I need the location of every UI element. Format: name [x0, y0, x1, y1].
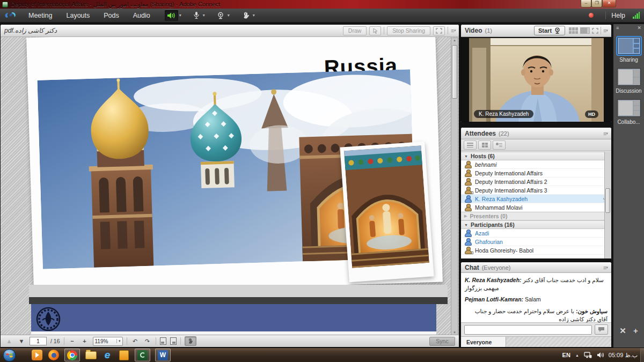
- divider: [605, 11, 606, 19]
- attendee-row[interactable]: Mohammad Molavi: [461, 203, 611, 212]
- help-menu[interactable]: Help: [611, 12, 625, 19]
- document-scrollbar[interactable]: ▲ ▼: [451, 38, 458, 335]
- layout-item-sharing[interactable]: Sharing: [613, 37, 644, 63]
- fullscreen-icon[interactable]: [592, 28, 598, 34]
- attendee-row[interactable]: Deputy International Affairs 3: [461, 186, 611, 195]
- network-icon[interactable]: [584, 352, 592, 358]
- start-button[interactable]: [3, 349, 16, 362]
- microphone-button[interactable]: [191, 10, 202, 21]
- page-down-button[interactable]: ▼: [17, 338, 26, 344]
- zoom-level-select[interactable]: 119% ▾: [93, 337, 123, 346]
- layout-item-collaboration[interactable]: Collabo...: [613, 99, 644, 125]
- hand-icon: [187, 338, 193, 344]
- rail-menu-icon[interactable]: ≡: [616, 25, 619, 31]
- window-title-bar[interactable]: Deputy of International Affairs - معاونت…: [0, 0, 644, 9]
- stop-sharing-button[interactable]: Stop Sharing: [387, 26, 430, 35]
- document-viewport[interactable]: Russia: [1, 37, 459, 335]
- grid-view-icon[interactable]: [569, 27, 578, 34]
- menu-audio[interactable]: Audio: [126, 9, 157, 23]
- participants-section[interactable]: ▼ Participants (16): [461, 220, 611, 229]
- draw-button[interactable]: Draw: [343, 26, 367, 35]
- send-message-button[interactable]: [595, 324, 608, 335]
- taskbar-ie-icon[interactable]: e: [101, 349, 113, 361]
- page-total-label: / 16: [50, 338, 60, 344]
- layout-label: Sharing: [613, 57, 644, 63]
- microphone-dropdown[interactable]: ▾: [202, 13, 207, 18]
- fit-width-button[interactable]: [160, 337, 166, 345]
- clock[interactable]: 05:09 ب.ظ: [609, 352, 638, 359]
- scrollbar-thumb[interactable]: [605, 188, 610, 213]
- menu-layouts[interactable]: Layouts: [59, 9, 97, 23]
- chat-pod-menu-button[interactable]: ≡▾: [603, 264, 608, 271]
- close-pod-icon[interactable]: ✕: [619, 326, 626, 336]
- page-number-input[interactable]: [30, 337, 47, 345]
- presenters-section[interactable]: ▶ Presenters (0): [461, 212, 611, 220]
- page-up-button[interactable]: ▲: [5, 338, 13, 344]
- volume-icon[interactable]: [597, 352, 604, 358]
- raise-hand-button[interactable]: [239, 10, 252, 21]
- scroll-up-icon[interactable]: ▲: [451, 39, 458, 42]
- fullscreen-button[interactable]: [433, 26, 445, 35]
- chat-input[interactable]: [464, 325, 592, 335]
- hosts-section[interactable]: ▼ Hosts (6): [461, 152, 611, 160]
- menu-pods[interactable]: Pods: [97, 9, 126, 23]
- fullscreen-icon: [436, 28, 442, 34]
- menu-bar: Meeting Layouts Pods Audio ▾ ▾: [0, 9, 644, 23]
- show-desktop-button[interactable]: [640, 348, 644, 362]
- attendee-row[interactable]: Azadi: [461, 229, 611, 238]
- attendee-row[interactable]: Hoda Ghoreishy- Babol: [461, 246, 611, 255]
- taskbar-adobe-connect-icon[interactable]: [135, 349, 150, 361]
- breakout-view-button[interactable]: [478, 141, 491, 150]
- speaker-button[interactable]: [165, 10, 178, 21]
- divider: [156, 337, 156, 345]
- video-pod-header: Video (1) Start ≡▾: [461, 25, 611, 37]
- taskbar-chrome-icon[interactable]: [64, 349, 80, 361]
- taskbar-media-player-icon[interactable]: [31, 349, 43, 361]
- chat-tab-everyone[interactable]: Everyone: [461, 337, 506, 347]
- attendee-row[interactable]: Deputy International Affairs: [461, 169, 611, 178]
- zoom-out-button[interactable]: −: [68, 338, 77, 344]
- layout-item-discussion[interactable]: Discussion: [613, 68, 644, 94]
- redo-button[interactable]: ↷: [143, 338, 152, 345]
- fit-page-button[interactable]: [170, 337, 177, 345]
- pointer-tool-button[interactable]: [369, 26, 381, 35]
- taskbar-firefox-icon[interactable]: [48, 349, 60, 361]
- menu-meeting[interactable]: Meeting: [21, 9, 59, 23]
- maximize-button[interactable]: ❐: [591, 0, 602, 8]
- status-view-button[interactable]: [493, 141, 506, 150]
- attendee-row[interactable]: behnami: [461, 160, 611, 169]
- sync-button[interactable]: Sync: [429, 337, 455, 346]
- speaker-dropdown[interactable]: ▾: [178, 13, 184, 18]
- scroll-down-icon[interactable]: ▼: [451, 331, 458, 334]
- tray-expand-icon[interactable]: ▲: [575, 353, 579, 357]
- share-pod-menu-button[interactable]: ≡▾: [451, 27, 455, 34]
- start-webcam-button[interactable]: Start: [534, 26, 565, 35]
- filmstrip-view-icon[interactable]: [580, 27, 590, 34]
- taskbar-word-icon[interactable]: W: [155, 349, 171, 361]
- zoom-in-button[interactable]: +: [80, 338, 89, 344]
- attendee-row[interactable]: Ghafourian: [461, 238, 611, 246]
- taskbar-notes-icon[interactable]: [118, 349, 130, 361]
- attendees-pod-menu-button[interactable]: ≡▾: [603, 130, 608, 137]
- undo-button[interactable]: ↶: [131, 338, 140, 345]
- collapse-icon: ▶: [464, 214, 467, 218]
- attendee-list-view-button[interactable]: [464, 141, 477, 150]
- add-layout-icon[interactable]: +: [633, 326, 638, 336]
- close-button[interactable]: ✕: [602, 0, 616, 8]
- attendee-row-selected[interactable]: K. Reza Kashyzadeh: [461, 195, 611, 203]
- webcam-button[interactable]: [215, 10, 226, 21]
- rail-close-icon[interactable]: ✕: [637, 25, 641, 31]
- divider: [180, 337, 181, 345]
- video-pod-menu-button[interactable]: ≡▾: [603, 27, 608, 34]
- scrollbar-thumb[interactable]: [452, 45, 457, 99]
- pan-tool-button[interactable]: [185, 336, 196, 346]
- minimize-button[interactable]: –: [581, 0, 591, 8]
- webcam-dropdown[interactable]: ▾: [226, 13, 232, 18]
- attendee-row[interactable]: Deputy International Affairs 2: [461, 178, 611, 186]
- raise-hand-dropdown[interactable]: ▾: [252, 13, 257, 18]
- video-pod: Video (1) Start ≡▾: [460, 24, 612, 122]
- attendees-scrollbar[interactable]: [604, 152, 611, 258]
- taskbar-explorer-icon[interactable]: [85, 349, 97, 361]
- language-indicator[interactable]: EN: [562, 352, 570, 358]
- chat-bubble-icon: [598, 327, 605, 333]
